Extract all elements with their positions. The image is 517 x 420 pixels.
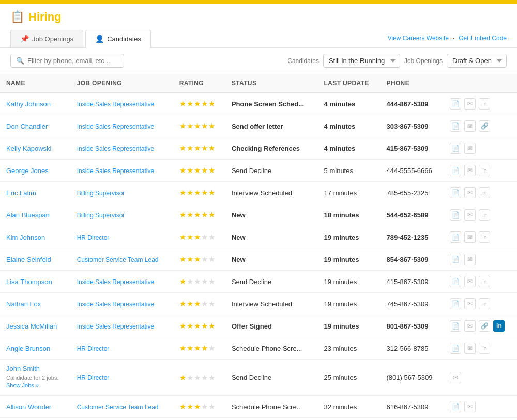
star-1: ★ [179, 344, 186, 353]
candidate-name-link[interactable]: Allison Wonder [6, 403, 51, 411]
job-opening-link[interactable]: Billing Supervisor [77, 190, 125, 197]
resume-icon[interactable]: 📄 [450, 120, 461, 132]
last-update-cell: 19 minutes [318, 248, 381, 271]
resume-icon[interactable]: 📄 [450, 401, 461, 412]
rating-cell: ★★★★★ [173, 226, 225, 248]
rating-cell: ★★★★★ [173, 182, 225, 204]
resume-icon[interactable]: 📄 [450, 276, 461, 287]
actions-cell: 📄✉in [444, 337, 517, 360]
candidate-name-link[interactable]: John Smith [6, 365, 40, 372]
resume-icon[interactable]: 📄 [450, 320, 461, 332]
last-update-cell: 32 minutes [318, 396, 381, 418]
status-text: Interview Scheduled [232, 300, 292, 308]
star-1: ★ [179, 232, 186, 242]
candidate-name-link[interactable]: Alan Bluespan [6, 211, 50, 219]
job-opening-link[interactable]: Inside Sales Representative [77, 301, 154, 308]
job-openings-filter-select[interactable]: Draft & Open [447, 54, 507, 68]
rating-cell: ★★★★★ [173, 396, 225, 418]
linkedin-icon[interactable]: in [479, 165, 490, 176]
status-text: Send Decline [232, 374, 271, 381]
resume-icon[interactable]: 📄 [450, 254, 461, 265]
tab-candidates[interactable]: 👤 Candidates [85, 30, 151, 48]
job-opening-link[interactable]: Customer Service Team Lead [77, 403, 159, 411]
email-icon[interactable]: ✉ [450, 372, 461, 383]
candidate-name-link[interactable]: Eric Latim [6, 189, 36, 197]
job-opening-link[interactable]: Inside Sales Representative [77, 167, 154, 175]
resume-icon[interactable]: 📄 [450, 165, 461, 176]
job-opening-link[interactable]: HR Director [77, 234, 110, 241]
status-cell: Schedule Phone Scre... [225, 396, 318, 418]
job-opening-link[interactable]: Customer Service Team Lead [77, 256, 159, 263]
job-opening-link[interactable]: Inside Sales Representative [77, 101, 154, 108]
phone-text: 444-867-5309 [387, 100, 429, 108]
linkedin-icon[interactable]: in [479, 298, 490, 309]
email-icon[interactable]: ✉ [464, 231, 476, 243]
resume-icon[interactable]: 📄 [450, 143, 461, 154]
embed-code-link[interactable]: Get Embed Code [459, 35, 507, 42]
star-3: ★ [194, 402, 201, 411]
resume-icon[interactable]: 📄 [450, 343, 461, 354]
job-opening-link[interactable]: Billing Supervisor [77, 212, 125, 219]
email-icon[interactable]: ✉ [464, 187, 476, 198]
candidate-name-link[interactable]: Kim Johnson [6, 234, 45, 241]
candidate-name-link[interactable]: Angie Brunson [6, 345, 50, 352]
linkedin-icon[interactable]: in [493, 320, 505, 332]
resume-icon[interactable]: 📄 [450, 187, 461, 198]
email-icon[interactable]: ✉ [464, 254, 476, 265]
job-opening-link[interactable]: Inside Sales Representative [77, 323, 154, 330]
linkedin-icon[interactable]: in [479, 276, 490, 287]
email-icon[interactable]: ✉ [464, 209, 476, 221]
link-icon[interactable]: 🔗 [479, 320, 490, 332]
candidate-name-link[interactable]: Jessica McMillan [6, 322, 57, 330]
tab-job-openings[interactable]: 📌 Job Openings [10, 30, 83, 47]
linkedin-icon[interactable]: in [479, 209, 490, 221]
job-opening-link[interactable]: Inside Sales Representative [77, 278, 154, 286]
job-opening-link[interactable]: Inside Sales Representative [77, 123, 154, 130]
resume-icon[interactable]: 📄 [450, 231, 461, 243]
job-opening-link[interactable]: Inside Sales Representative [77, 145, 154, 152]
email-icon[interactable]: ✉ [464, 343, 476, 354]
col-job: Job Opening [71, 74, 173, 92]
resume-icon[interactable]: 📄 [450, 98, 461, 110]
candidate-name-link[interactable]: Lisa Thompson [6, 278, 52, 286]
email-icon[interactable]: ✉ [464, 120, 476, 132]
email-icon[interactable]: ✉ [464, 401, 476, 412]
search-input[interactable] [27, 57, 118, 65]
last-update-text: 5 minutes [324, 167, 353, 175]
linkedin-icon[interactable]: in [479, 231, 490, 243]
show-jobs-link[interactable]: Show Jobs » [6, 382, 39, 388]
star-1: ★ [179, 188, 186, 197]
candidate-name-cell: Kathy Johnson [0, 92, 71, 115]
status-cell: Schedule Phone Scre... [225, 337, 318, 360]
resume-icon[interactable]: 📄 [450, 209, 461, 221]
view-careers-link[interactable]: View Careers Website [388, 35, 449, 42]
candidates-filter-select[interactable]: Still in the Running [323, 54, 400, 68]
status-text: Send Decline [232, 167, 271, 175]
linkedin-icon[interactable]: in [479, 343, 490, 354]
job-opening-link[interactable]: HR Director [77, 374, 110, 381]
email-icon[interactable]: ✉ [464, 143, 476, 154]
email-icon[interactable]: ✉ [464, 276, 476, 287]
resume-icon[interactable]: 📄 [450, 298, 461, 309]
star-2: ★ [187, 299, 193, 308]
star-2: ★ [187, 321, 193, 331]
candidate-name-link[interactable]: George Jones [6, 167, 49, 175]
candidate-name-link[interactable]: Don Chandler [6, 122, 48, 130]
linkedin-icon[interactable]: in [479, 187, 490, 198]
candidate-name-link[interactable]: Kelly Kapowski [6, 145, 51, 152]
last-update-text: 18 minutes [324, 211, 359, 219]
last-update-text: 23 minutes [324, 345, 357, 352]
email-icon[interactable]: ✉ [464, 320, 476, 332]
phone-cell: 303-867-5309 [381, 115, 444, 137]
email-icon[interactable]: ✉ [464, 298, 476, 309]
candidate-name-link[interactable]: Kathy Johnson [6, 100, 51, 108]
star-2: ★ [187, 232, 193, 242]
phone-cell: 789-452-1235 [381, 226, 444, 248]
linkedin-icon[interactable]: in [479, 98, 490, 110]
email-icon[interactable]: ✉ [464, 98, 476, 110]
candidate-name-link[interactable]: Nathan Fox [6, 300, 41, 308]
email-icon[interactable]: ✉ [464, 165, 476, 176]
job-opening-link[interactable]: HR Director [77, 345, 110, 352]
candidate-name-link[interactable]: Elaine Seinfeld [6, 256, 51, 263]
link-icon[interactable]: 🔗 [479, 120, 490, 132]
